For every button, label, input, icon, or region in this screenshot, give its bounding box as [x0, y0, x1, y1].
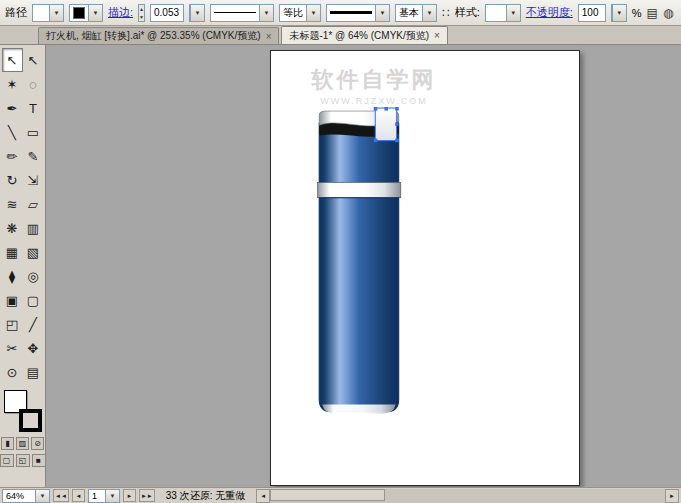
warp-tool[interactable]: ≋: [2, 192, 23, 216]
direct-selection-tool[interactable]: ↖: [23, 48, 44, 72]
standard-screen-mode-button[interactable]: ▢: [0, 454, 14, 467]
line-segment-tool[interactable]: ╲: [2, 120, 23, 144]
next-page-button[interactable]: ►: [123, 489, 136, 502]
eyedropper-tool[interactable]: ⧫: [2, 264, 23, 288]
column-graph-tool[interactable]: ▥: [23, 216, 44, 240]
stroke-link[interactable]: 描边:: [108, 5, 133, 20]
crop-area-tool[interactable]: ◰: [2, 312, 23, 336]
watermark-title: 软件自学网: [289, 65, 459, 95]
rotate-tool[interactable]: ↻: [2, 168, 23, 192]
live-paint-bucket-tool[interactable]: ▣: [2, 288, 23, 312]
dropdown-arrow-icon: ▼: [259, 5, 273, 21]
magic-wand-tool[interactable]: ✶: [2, 72, 23, 96]
tools-grid: ↖↖✶◌✒T╲▭✏✎↻⇲≋▱❋▥▦▧⧫◎▣▢◰╱✂✥⊙▤: [2, 48, 44, 384]
dropdown-arrow-icon: ▼: [190, 5, 204, 21]
dropdown-arrow-icon: ▼: [375, 5, 389, 21]
dropdown-arrow-icon: ▼: [105, 490, 119, 502]
scroll-right-icon[interactable]: ►: [665, 489, 679, 503]
full-screen-with-menu-button[interactable]: ◱: [16, 454, 30, 467]
color-button[interactable]: ▮: [1, 437, 14, 450]
opacity-link[interactable]: 不透明度:: [526, 5, 573, 20]
full-screen-mode-button[interactable]: ■: [32, 454, 46, 467]
variable-width-profile-dropdown[interactable]: ▼: [210, 4, 274, 22]
pen-tool[interactable]: ✒: [2, 96, 23, 120]
graph-icon[interactable]: ▤: [647, 4, 658, 22]
live-paint-selection-tool[interactable]: ▢: [23, 288, 44, 312]
screen-mode-buttons: ▢◱■: [0, 454, 46, 467]
dropdown-arrow-icon: ▼: [506, 5, 520, 21]
tab-close-icon[interactable]: ×: [434, 30, 440, 41]
options-bar: 路径 ▼ ▼ 描边: ▲ ▼ 0.053 ▼ ▼ 等比 ▼ ▼: [0, 0, 681, 26]
blend-tool[interactable]: ◎: [23, 264, 44, 288]
grid-dots-icon[interactable]: ∷: [442, 4, 450, 22]
brush-dropdown[interactable]: ▼: [326, 4, 390, 22]
lighter-illustration[interactable]: [317, 107, 405, 425]
dropdown-arrow-icon: ▼: [612, 5, 626, 21]
spinner-down-icon[interactable]: ▼: [139, 13, 144, 21]
free-transform-tool[interactable]: ▱: [23, 192, 44, 216]
rectangle-tool[interactable]: ▭: [23, 120, 44, 144]
scissors-tool[interactable]: ✂: [2, 336, 23, 360]
dropdown-arrow-icon: ▼: [306, 5, 320, 21]
selection-tool[interactable]: ↖: [2, 48, 23, 72]
tools-panel: ↖↖✶◌✒T╲▭✏✎↻⇲≋▱❋▥▦▧⧫◎▣▢◰╱✂✥⊙▤ ▮▨⊘ ▢◱■: [0, 45, 46, 487]
last-page-button[interactable]: ►►: [139, 489, 155, 502]
style-label: 样式:: [455, 5, 480, 20]
stroke-weight-unit-dropdown[interactable]: ▼: [189, 4, 205, 22]
gradient-tool[interactable]: ▧: [23, 240, 44, 264]
watermark-url: WWW.RJZXW.COM: [289, 96, 459, 106]
symbol-sprayer-tool[interactable]: ❋: [2, 216, 23, 240]
stroke-weight-spinner[interactable]: ▲ ▼: [138, 4, 145, 22]
brush-definition-dropdown[interactable]: 基本 ▼: [395, 4, 437, 22]
prev-page-button[interactable]: ◄: [72, 489, 85, 502]
lighter-button[interactable]: [375, 108, 396, 141]
watermark: 软件自学网 WWW.RJZXW.COM: [289, 65, 459, 106]
pencil-tool[interactable]: ✎: [23, 144, 44, 168]
stroke-weight-input[interactable]: 0.053: [150, 4, 184, 22]
stroke-color-swatch[interactable]: [19, 409, 42, 432]
canvas-area[interactable]: 软件自学网 WWW.RJZXW.COM: [46, 45, 681, 487]
slice-tool[interactable]: ╱: [23, 312, 44, 336]
dropdown-arrow-icon: ▼: [88, 5, 102, 21]
stroke-color-dropdown[interactable]: ▼: [69, 4, 103, 22]
zoom-tool[interactable]: ⊙: [2, 360, 23, 384]
opacity-input[interactable]: 100: [578, 4, 606, 22]
horizontal-scrollbar[interactable]: ◄ ►: [256, 489, 679, 503]
document-tab-bar: 打火机, 烟缸 [转换].ai* @ 253.35% (CMYK/预览)×未标题…: [0, 26, 681, 45]
percent-label: %: [632, 7, 642, 19]
proportional-dropdown[interactable]: 等比 ▼: [279, 4, 321, 22]
type-tool[interactable]: T: [23, 96, 44, 120]
page-tool[interactable]: ▤: [23, 360, 44, 384]
scale-tool[interactable]: ⇲: [23, 168, 44, 192]
scrollbar-track[interactable]: [270, 489, 665, 503]
style-dropdown[interactable]: ▼: [485, 4, 521, 22]
lasso-tool[interactable]: ◌: [23, 72, 44, 96]
sphere-icon[interactable]: ◍: [663, 4, 673, 22]
color-swatches: [2, 388, 44, 434]
line-sample-icon: [214, 12, 256, 13]
zoom-level-dropdown[interactable]: 64% ▼: [2, 489, 50, 503]
none-button[interactable]: ⊘: [31, 437, 44, 450]
spinner-up-icon[interactable]: ▲: [139, 5, 144, 13]
context-label: 路径: [5, 5, 27, 20]
lighter-body[interactable]: [319, 198, 399, 414]
illustrator-window: 路径 ▼ ▼ 描边: ▲ ▼ 0.053 ▼ ▼ 等比 ▼ ▼: [0, 0, 681, 503]
scrollbar-thumb[interactable]: [270, 489, 385, 501]
hand-tool[interactable]: ✥: [23, 336, 44, 360]
scroll-left-icon[interactable]: ◄: [256, 489, 270, 503]
page-number-dropdown[interactable]: 1 ▼: [88, 489, 120, 503]
mesh-tool[interactable]: ▦: [2, 240, 23, 264]
opacity-unit-dropdown[interactable]: ▼: [611, 4, 627, 22]
artboard[interactable]: 软件自学网 WWW.RJZXW.COM: [270, 50, 580, 486]
first-page-button[interactable]: ◄◄: [53, 489, 69, 502]
paintbrush-tool[interactable]: ✏: [2, 144, 23, 168]
dropdown-arrow-icon: ▼: [422, 5, 436, 21]
gradient-button[interactable]: ▨: [16, 437, 29, 450]
lighter-band[interactable]: [317, 182, 401, 197]
tab-label: 未标题-1* @ 64% (CMYK/预览): [289, 29, 429, 43]
tab-close-icon[interactable]: ×: [266, 31, 272, 42]
variant-dropdown[interactable]: ▼: [32, 4, 64, 22]
document-tab[interactable]: 打火机, 烟缸 [转换].ai* @ 253.35% (CMYK/预览)×: [38, 27, 279, 44]
dropdown-arrow-icon: ▼: [35, 490, 49, 502]
document-tab-active[interactable]: 未标题-1* @ 64% (CMYK/预览)×: [281, 26, 447, 44]
